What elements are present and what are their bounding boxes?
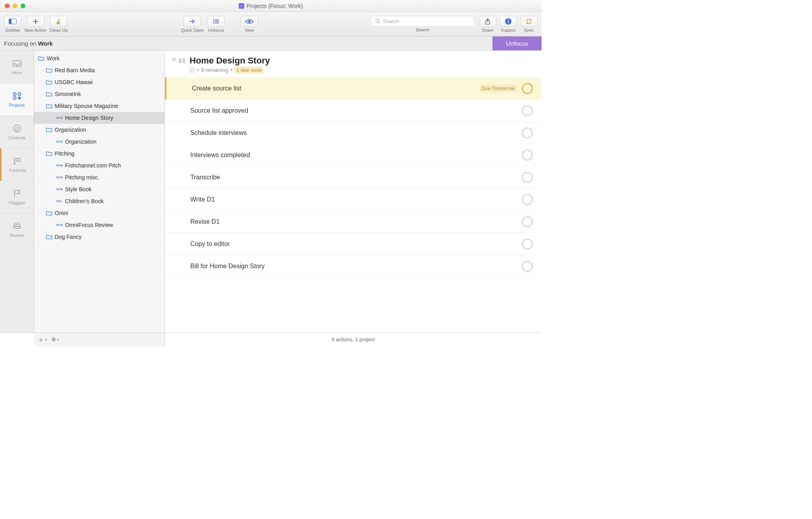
task-status-circle[interactable] xyxy=(522,150,533,161)
new-action-button[interactable] xyxy=(27,16,44,27)
svg-point-21 xyxy=(18,96,21,99)
task-title: Write D1 xyxy=(190,196,215,203)
folder-icon xyxy=(46,67,52,73)
task-status-circle[interactable] xyxy=(522,172,533,183)
sidebar-item[interactable]: Red Barn Media xyxy=(34,64,165,76)
task-row[interactable]: Interviews completed xyxy=(165,144,542,166)
quick-open-button[interactable] xyxy=(184,16,201,27)
disclosure-icon[interactable] xyxy=(172,58,176,62)
task-row[interactable]: Create source listDue Tomorrow xyxy=(165,77,542,100)
folder-icon xyxy=(46,210,52,216)
add-menu-button[interactable]: ＋▾ xyxy=(37,335,47,344)
task-status-circle[interactable] xyxy=(522,216,533,227)
task-status-circle[interactable] xyxy=(522,105,533,116)
sidebar-item[interactable]: USGBC Hawaii xyxy=(34,76,165,88)
perspective-forecast[interactable]: Forecast xyxy=(0,148,34,181)
svg-text:@: @ xyxy=(14,126,19,132)
sidebar-item[interactable]: Omni xyxy=(34,207,165,219)
task-row[interactable]: Bill for Home Design Story xyxy=(165,255,542,277)
svg-point-7 xyxy=(213,21,214,22)
task-row[interactable]: Schedule interviews xyxy=(165,122,542,144)
window-minimize-button[interactable] xyxy=(13,4,17,8)
toolbar-label-quick-open: Quick Open xyxy=(181,28,204,33)
inspect-button[interactable]: i xyxy=(500,16,517,27)
task-title: Create source list xyxy=(192,85,241,92)
sidebar-item-label: Red Barn Media xyxy=(55,67,95,73)
view-button[interactable] xyxy=(241,16,258,27)
toolbar-label-new-action: New Action xyxy=(25,28,46,33)
sidebar-item[interactable]: Children's Book xyxy=(34,195,165,207)
svg-rect-26 xyxy=(19,158,20,160)
sidebar-item[interactable]: Organization xyxy=(34,136,165,148)
task-status-circle[interactable] xyxy=(522,127,533,138)
list-icon xyxy=(213,19,219,24)
sidebar-toggle-button[interactable] xyxy=(4,16,21,27)
task-status-circle[interactable] xyxy=(522,261,533,272)
sidebar-item[interactable]: Pitching xyxy=(34,148,165,160)
info-icon: i xyxy=(505,18,512,25)
task-row[interactable]: Copy to editor xyxy=(165,233,542,255)
sidebar-item-label: Organization xyxy=(55,127,86,133)
sidebar-item[interactable]: Military Spouse Magazine xyxy=(34,100,165,112)
window-zoom-button[interactable] xyxy=(21,4,25,8)
svg-rect-1 xyxy=(9,19,11,24)
sidebar-item[interactable]: Dog Fancy xyxy=(34,231,165,243)
svg-rect-24 xyxy=(14,158,15,160)
sidebar-item[interactable]: Home Design Story xyxy=(34,112,165,124)
focus-prefix: Focusing on xyxy=(4,40,38,47)
sidebar-item[interactable]: Organization xyxy=(34,124,165,136)
clean-up-button[interactable] xyxy=(50,16,67,27)
share-button[interactable] xyxy=(479,16,496,27)
search-input[interactable]: Search xyxy=(371,16,474,27)
sidebar-item[interactable]: Pitching misc. xyxy=(34,171,165,183)
focus-target: Work xyxy=(38,40,53,47)
task-row[interactable]: Revise D1 xyxy=(165,211,542,233)
task-title: Revise D1 xyxy=(190,218,220,225)
perspective-projects[interactable]: Projects xyxy=(0,83,34,116)
due-label: Due Tomorrow xyxy=(479,85,517,92)
remaining-count: 9 remaining xyxy=(201,67,228,73)
task-title: Bill for Home Design Story xyxy=(190,263,265,270)
svg-point-37 xyxy=(61,141,62,142)
contexts-icon: @ xyxy=(11,124,23,133)
toolbar-label-view: View xyxy=(245,28,254,33)
folder-icon xyxy=(38,56,44,61)
unfocus-toolbar-button[interactable] xyxy=(207,16,225,27)
sidebar-item[interactable]: Style Book xyxy=(34,183,165,195)
task-status-circle[interactable] xyxy=(522,194,533,205)
perspective-inbox[interactable]: Inbox xyxy=(0,51,34,83)
sidebar-item-label: Organization xyxy=(65,138,96,145)
sidebar-item[interactable]: OmniFocus Review xyxy=(34,219,165,231)
perspective-label: Contexts xyxy=(8,135,25,140)
sidebar-item[interactable]: Fishchannel.com Pitch xyxy=(34,160,165,171)
project-icon xyxy=(56,186,63,192)
perspective-flagged[interactable]: Flagged xyxy=(0,181,34,213)
sync-button[interactable] xyxy=(520,16,538,27)
svg-point-46 xyxy=(61,188,62,190)
quick-open-icon xyxy=(189,19,196,24)
perspective-contexts[interactable]: @ Contexts xyxy=(0,116,34,148)
task-row[interactable]: Transcribe xyxy=(165,166,542,188)
sidebar-item-label: Pitching xyxy=(55,150,75,157)
task-row[interactable]: Source list approved xyxy=(165,100,542,122)
task-row[interactable]: Write D1 xyxy=(165,188,542,211)
sidebar-item-label: Work xyxy=(47,55,59,62)
sidebar-item[interactable]: SimoneInk xyxy=(34,88,165,100)
unfocus-button[interactable]: Unfocus xyxy=(492,37,542,50)
task-status-circle[interactable] xyxy=(522,238,533,250)
project-icon xyxy=(56,175,63,180)
action-menu-button[interactable]: ✻▾ xyxy=(51,336,59,343)
project-type-icon xyxy=(178,58,186,63)
content-title: Home Design Story xyxy=(190,56,270,66)
toolbar-label-search: Search xyxy=(416,27,430,32)
toolbar-label-unfocus: Unfocus xyxy=(208,28,224,33)
unfocus-button-label: Unfocus xyxy=(506,40,528,47)
svg-point-40 xyxy=(61,165,62,166)
perspective-review[interactable]: Review xyxy=(0,213,34,246)
task-status-circle[interactable] xyxy=(522,83,533,94)
sidebar-item[interactable]: Work xyxy=(34,52,165,64)
sidebar-item-label: Home Design Story xyxy=(65,115,113,121)
note-icon[interactable] xyxy=(190,67,195,73)
svg-rect-28 xyxy=(16,160,18,162)
window-close-button[interactable] xyxy=(5,4,10,8)
